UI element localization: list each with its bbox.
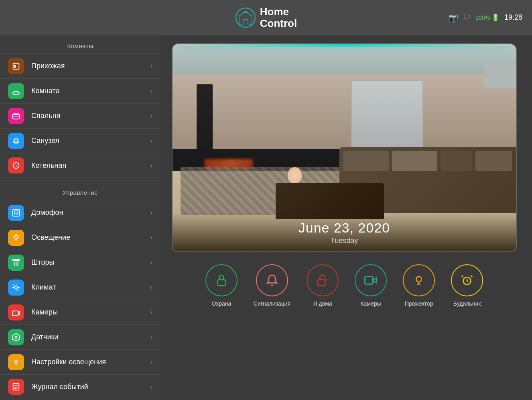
battery-percentage: 100% [475, 14, 490, 21]
control-circle-ya_doma [307, 264, 339, 296]
title-line1: Home [260, 6, 289, 18]
sidebar-item-kamery[interactable]: Камеры › [0, 300, 160, 324]
label-klimat: Климат [31, 283, 150, 292]
ac-unit [484, 64, 516, 88]
control-label-proektor: Прожектор [405, 300, 433, 307]
svg-rect-41 [318, 280, 325, 286]
icon-kamery [8, 304, 24, 320]
label-osveshenie: Освещение [31, 233, 150, 242]
battery-icon: 🔋 [491, 14, 500, 21]
svg-rect-5 [12, 114, 20, 119]
camera-icon: 📷 [449, 13, 459, 22]
control-btn-proektor[interactable]: Прожектор [403, 264, 435, 307]
control-label-budilnik: Будильник [453, 300, 481, 307]
label-kotelnaya: Котельная [31, 161, 150, 170]
svg-point-4 [13, 92, 20, 94]
date-text: June 23, 2020 [173, 220, 516, 236]
sidebar-item-klimat[interactable]: Климат › [0, 275, 160, 300]
icon-zhurnal [8, 379, 24, 395]
control-label-kamery: Камеры [360, 300, 381, 307]
svg-line-29 [18, 289, 19, 290]
icon-datchiki [8, 329, 24, 345]
sidebar-item-domofon[interactable]: Домофон › [0, 200, 160, 225]
sidebar-item-osveshenie[interactable]: Освещение › [0, 225, 160, 250]
control-label-okhrana: Охрана [211, 300, 231, 307]
icon-klimat [8, 280, 24, 296]
sidebar-item-sanuzel[interactable]: Санузел › [0, 128, 160, 153]
sidebar-item-nastroyki[interactable]: Настройки освещения › [0, 349, 160, 374]
icon-domofon [8, 205, 24, 221]
svg-rect-21 [13, 259, 20, 260]
control-btn-kamery[interactable]: Камеры [355, 264, 387, 307]
control-label-signalizatsiya: Сигнализация [254, 300, 290, 307]
sidebar-item-datchiki[interactable]: Датчики › [0, 324, 160, 349]
svg-line-22 [14, 260, 15, 265]
label-spalnya: Спальня [31, 112, 150, 120]
svg-rect-2 [13, 63, 19, 69]
svg-line-24 [18, 260, 18, 265]
label-shtory: Шторы [31, 258, 150, 267]
icon-nastroyki [8, 354, 24, 370]
control-btn-signalizatsiya[interactable]: Сигнализация [254, 264, 290, 307]
label-domofon: Домофон [31, 208, 150, 217]
label-komnata: Комната [31, 87, 150, 95]
content-area: June 23, 2020 Tuesday Охрана Сигнализаци… [160, 35, 532, 400]
rooms-list: Прихожая › Комната › Спальня › Санузел ›… [0, 53, 160, 178]
date-overlay: June 23, 2020 Tuesday [173, 212, 516, 251]
bottom-controls: Охрана Сигнализация Я дома Камеры Прожек… [169, 260, 520, 311]
chevron-kotelnaya: › [150, 161, 152, 170]
control-btn-okhrana[interactable]: Охрана [205, 264, 238, 307]
controls-section-title: Управление [0, 182, 160, 200]
battery-indicator: 100% 🔋 [475, 14, 500, 21]
sidebar-item-kotelnaya[interactable]: Котельная › [0, 153, 160, 178]
shield-icon: 🛡 [463, 13, 471, 22]
room-scene: June 23, 2020 Tuesday [173, 44, 516, 251]
svg-rect-43 [365, 277, 373, 284]
chevron-domofon: › [150, 208, 152, 217]
sidebar-item-spalnya[interactable]: Спальня › [0, 103, 160, 128]
title-line2: Control [260, 17, 297, 29]
main-layout: Комнаты Прихожая › Комната › Спальня › С… [0, 35, 532, 400]
rooms-section-title: Комнаты [0, 35, 160, 53]
ceiling [173, 44, 516, 74]
icon-komnata [8, 83, 24, 99]
svg-point-15 [14, 235, 18, 239]
control-btn-ya_doma[interactable]: Я дома [307, 264, 339, 307]
icon-osveshenie [8, 230, 24, 246]
accent-light [181, 44, 508, 47]
sidebar-item-prikhozh[interactable]: Прихожая › [0, 53, 160, 78]
svg-rect-11 [14, 211, 18, 213]
chevron-prikhozh: › [150, 62, 152, 70]
icon-spalnya [8, 108, 24, 124]
label-datchiki: Датчики [31, 333, 150, 341]
sidebar-item-komnata[interactable]: Комната › [0, 78, 160, 103]
app-header: Home Control 📷 🛡 100% 🔋 19:28 [0, 0, 532, 35]
control-label-ya_doma: Я дома [313, 300, 332, 307]
label-nastroyki: Настройки освещения [31, 358, 150, 366]
control-circle-budilnik [451, 264, 483, 296]
chevron-kamery: › [150, 308, 152, 316]
svg-rect-40 [218, 280, 225, 286]
control-circle-okhrana [205, 264, 238, 296]
sidebar-item-zhurnal[interactable]: Журнал событий › [0, 374, 160, 399]
control-btn-budilnik[interactable]: Будильник [451, 264, 483, 307]
icon-sanuzel [8, 133, 24, 149]
controls-list: Домофон › Освещение › Шторы › Климат › К… [0, 200, 160, 399]
svg-point-1 [244, 11, 246, 13]
chevron-spalnya: › [150, 112, 152, 120]
chevron-osveshenie: › [150, 233, 152, 242]
chevron-zhurnal: › [150, 383, 152, 391]
icon-kotelnaya [8, 157, 24, 173]
chevron-klimat: › [150, 283, 152, 292]
label-sanuzel: Санузел [31, 137, 150, 145]
logo-icon [235, 7, 256, 28]
chevron-komnata: › [150, 87, 152, 95]
app-title: Home Control [260, 6, 297, 29]
status-bar: 📷 🛡 100% 🔋 19:28 [449, 13, 522, 22]
svg-point-25 [14, 286, 17, 289]
day-text: Tuesday [173, 237, 516, 245]
time-display: 19:28 [504, 13, 522, 22]
sidebar-item-shtory[interactable]: Шторы › [0, 250, 160, 275]
svg-point-44 [416, 277, 421, 282]
sidebar: Комнаты Прихожая › Комната › Спальня › С… [0, 35, 160, 400]
